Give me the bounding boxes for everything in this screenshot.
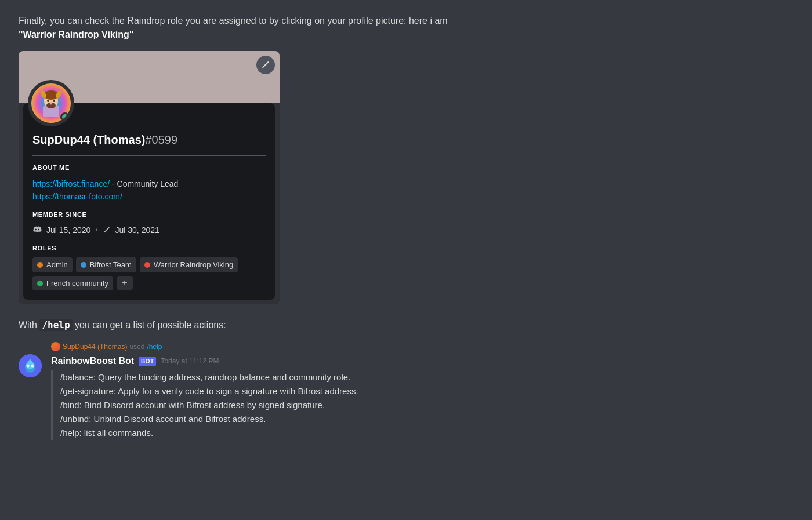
bifrost-link[interactable]: https://bifrost.finance/ - Community Lea… — [32, 177, 266, 190]
edit-icon — [261, 60, 270, 70]
discord-date: Jul 15, 2020 — [46, 224, 90, 237]
dot-separator: • — [95, 225, 97, 235]
svg-point-12 — [27, 365, 30, 368]
svg-point-6 — [47, 100, 49, 102]
slash-context-avatar — [51, 342, 60, 351]
intro-text: Finally, you can check the Raindrop role… — [19, 14, 541, 42]
role-warrior-raindrop-label: Warrior Raindrop Viking — [154, 259, 233, 271]
intro-highlighted-role: "Warrior Raindrop Viking" — [19, 30, 133, 39]
server-join-date: Jul 30, 2021 — [115, 224, 160, 237]
role-bifrost-team-label: Bifrost Team — [90, 259, 132, 271]
profile-card: SupDup44 (Thomas)#0599 ABOUT ME https://… — [19, 51, 280, 304]
svg-point-9 — [50, 102, 52, 105]
link1-suffix: - Community Lead — [110, 179, 178, 188]
bot-message: RainbowBoost Bot BOT Today at 11:12 PM /… — [19, 354, 793, 440]
svg-point-7 — [53, 100, 55, 102]
help-text-before: With — [19, 320, 39, 330]
bot-message-header: RainbowBoost Bot BOT Today at 11:12 PM — [51, 354, 793, 368]
plus-icon: + — [122, 276, 127, 290]
member-since-row: Jul 15, 2020 • Jul 30, 2021 — [32, 224, 266, 237]
bot-line-balance: /balance: Query the binding address, rai… — [60, 370, 793, 384]
bot-name: RainbowBoost Bot — [51, 354, 134, 368]
discriminator-text: #0599 — [145, 133, 177, 146]
role-dot-warrior-raindrop — [144, 262, 150, 268]
slash-command-context: SupDup44 (Thomas) used /help — [19, 341, 793, 352]
bot-message-content: RainbowBoost Bot BOT Today at 11:12 PM /… — [51, 354, 793, 440]
role-warrior-raindrop: Warrior Raindrop Viking — [140, 257, 238, 272]
profile-avatar — [28, 80, 74, 126]
slash-context-action: used — [129, 341, 144, 352]
role-admin-label: Admin — [46, 259, 68, 271]
photo-link-text: https://thomasr-foto.com/ — [32, 192, 122, 201]
profile-username: SupDup44 (Thomas)#0599 — [32, 131, 266, 156]
add-role-button[interactable]: + — [117, 276, 133, 290]
roles-label: ROLES — [32, 243, 266, 253]
profile-edit-button[interactable] — [256, 56, 275, 74]
photo-link[interactable]: https://thomasr-foto.com/ — [32, 190, 266, 203]
intro-text-before: Finally, you can check the Raindrop role… — [19, 16, 448, 26]
online-indicator — [60, 112, 70, 122]
bot-line-unbind: /unbind: Unbind Discord account and Bifr… — [60, 412, 793, 426]
svg-point-13 — [31, 365, 34, 368]
username-text: SupDup44 (Thomas) — [32, 133, 145, 146]
role-french-community: French community — [32, 276, 113, 291]
bifrost-link-text: https://bifrost.finance/ — [32, 179, 110, 188]
help-command-inline: /help — [39, 319, 72, 331]
help-text-after: you can get a list of possible actions: — [72, 320, 226, 330]
role-bifrost-team: Bifrost Team — [76, 257, 136, 272]
slash-context-username: SupDup44 (Thomas) — [63, 341, 127, 352]
bot-message-body: /balance: Query the binding address, rai… — [51, 370, 793, 440]
bot-avatar-icon — [19, 354, 42, 377]
bot-timestamp: Today at 11:12 PM — [161, 356, 219, 366]
role-admin: Admin — [32, 257, 72, 272]
profile-body: SupDup44 (Thomas)#0599 ABOUT ME https://… — [23, 103, 275, 300]
bot-avatar — [19, 354, 42, 377]
roles-container: Admin Bifrost Team Warrior Raindrop Viki… — [32, 257, 266, 290]
pencil-icon — [103, 226, 111, 234]
profile-avatar-container — [28, 80, 74, 126]
bot-line-get-signature: /get-signature: Apply for a verify code … — [60, 384, 793, 398]
member-since-label: MEMBER SINCE — [32, 210, 266, 220]
profile-banner — [19, 51, 280, 103]
about-me-label: ABOUT ME — [32, 163, 266, 173]
role-dot-bifrost-team — [81, 262, 86, 268]
role-dot-french-community — [37, 281, 43, 286]
bot-line-bind: /bind: Bind Discord account with Bifrost… — [60, 398, 793, 412]
help-intro-text: With /help you can get a list of possibl… — [19, 318, 793, 332]
slash-context-command: /help — [147, 341, 162, 352]
role-french-community-label: French community — [46, 278, 108, 289]
bot-line-help: /help: list all commands. — [60, 426, 793, 440]
discord-icon — [32, 226, 42, 235]
bot-badge: BOT — [139, 357, 156, 366]
role-dot-admin — [37, 262, 43, 268]
